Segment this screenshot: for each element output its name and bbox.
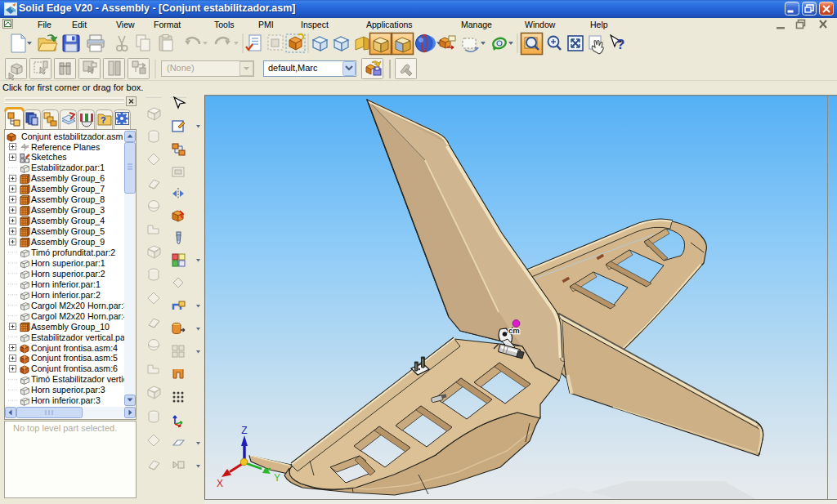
svg-text:?: ? <box>101 115 106 125</box>
svg-text:Horn inferior.par:2: Horn inferior.par:2 <box>31 290 101 300</box>
svg-text:Assembly Group_3: Assembly Group_3 <box>31 205 105 215</box>
svg-text:Conjunt frontisa.asm:5: Conjunt frontisa.asm:5 <box>31 353 118 363</box>
svg-text:Horn superior.par:2: Horn superior.par:2 <box>31 269 105 279</box>
svg-text:Assembly Group_10: Assembly Group_10 <box>31 322 110 332</box>
svg-text:Assembly Group_6: Assembly Group_6 <box>31 173 105 183</box>
svg-text:Y: Y <box>274 472 280 484</box>
svg-text:Conjunt frontisa.asm:6: Conjunt frontisa.asm:6 <box>31 364 118 373</box>
svg-text:Assembly Group_5: Assembly Group_5 <box>31 226 105 236</box>
svg-text:Estabilitzador vertical.par:1: Estabilitzador vertical.par:1 <box>31 332 135 342</box>
svg-text:Z: Z <box>241 425 247 436</box>
svg-text:Cargol M2x20 Horn.par:4: Cargol M2x20 Horn.par:4 <box>31 311 128 321</box>
svg-text:Assembly Group_8: Assembly Group_8 <box>31 194 105 204</box>
svg-text:Conjunt frontisa.asm:4: Conjunt frontisa.asm:4 <box>31 343 118 353</box>
svg-text:X: X <box>217 478 223 489</box>
svg-text:Horn inferior.par:1: Horn inferior.par:1 <box>31 279 101 289</box>
svg-text:Horn superior.par:3: Horn superior.par:3 <box>31 385 105 395</box>
svg-text:Horn inferior.par:3: Horn inferior.par:3 <box>31 395 101 405</box>
svg-text:cm: cm <box>508 326 520 335</box>
svg-text:Sketches: Sketches <box>31 152 67 162</box>
svg-text:Assembly Group_4: Assembly Group_4 <box>31 216 105 225</box>
svg-text:Assembly Group_7: Assembly Group_7 <box>31 184 105 194</box>
svg-text:default,Marc: default,Marc <box>268 63 318 73</box>
svg-text:Reference Planes: Reference Planes <box>31 142 100 152</box>
svg-text:No top level part selected.: No top level part selected. <box>13 423 117 433</box>
svg-text:Timó profunditat.par:2: Timó profunditat.par:2 <box>31 248 115 257</box>
svg-text:?: ? <box>616 37 624 52</box>
svg-text:Cargol M2x20 Horn.par:3: Cargol M2x20 Horn.par:3 <box>31 301 128 310</box>
svg-text:Assembly Group_9: Assembly Group_9 <box>31 237 105 247</box>
svg-text:Estabilitzador.par:1: Estabilitzador.par:1 <box>31 163 105 172</box>
svg-text:Horn superior.par:1: Horn superior.par:1 <box>31 258 105 268</box>
svg-text:(None): (None) <box>167 63 195 73</box>
svg-text:Conjunt estabilitzador.asm: Conjunt estabilitzador.asm <box>21 132 123 141</box>
